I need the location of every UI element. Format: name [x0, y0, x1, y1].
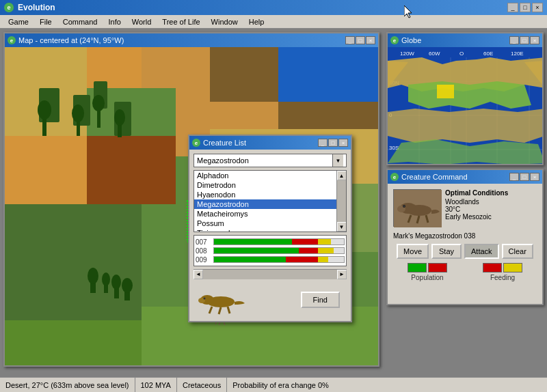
- main-area: e Map - centered at (24°N, 95°W) _ □ ×: [0, 29, 547, 391]
- creature-command-svg: [394, 190, 442, 227]
- status-time: 102 MYA: [135, 378, 177, 392]
- app-icon: e: [4, 3, 14, 12]
- menu-game[interactable]: Game: [3, 16, 34, 27]
- menu-world[interactable]: World: [126, 16, 157, 27]
- progress-bar-007: [213, 238, 345, 245]
- creature-command-window: e Creature Command _ □ ×: [386, 169, 544, 305]
- globe-maximize[interactable]: □: [520, 36, 529, 44]
- creature-dropdown[interactable]: Megazostrodon ▼: [194, 154, 347, 167]
- title-bar-controls: _ □ ×: [507, 3, 543, 12]
- creature-command-maximize[interactable]: □: [520, 173, 529, 181]
- close-button[interactable]: ×: [532, 3, 543, 12]
- app-title: Evolution: [18, 3, 507, 12]
- feeding-bar-red: [483, 263, 502, 272]
- creature-command-icon: e: [390, 173, 399, 181]
- svg-rect-34: [97, 109, 101, 128]
- probability-text: Probability of era change 0%: [232, 381, 329, 389]
- map-close-button[interactable]: ×: [366, 36, 375, 44]
- menu-info[interactable]: Info: [103, 16, 126, 27]
- move-button[interactable]: Move: [397, 244, 429, 259]
- menu-command[interactable]: Command: [57, 16, 103, 27]
- creature-stats: Optimal Conditions Woodlands 30°C Early …: [445, 189, 537, 221]
- globe-close[interactable]: ×: [530, 36, 539, 44]
- list-item-alphadon[interactable]: Alphadon: [194, 171, 336, 180]
- list-item-dimetrodon[interactable]: Dimetrodon: [194, 180, 336, 190]
- location-text: Desert, 27°C (633m above sea level): [5, 381, 129, 389]
- creature-command-title: Creature Command: [401, 173, 509, 181]
- svg-line-50: [219, 307, 221, 314]
- globe-content[interactable]: 120W 60W O 60E 120E 30N 0 30S: [388, 47, 542, 164]
- command-buttons: Move Stay Attack Clear: [393, 244, 537, 259]
- svg-rect-10: [87, 136, 176, 204]
- svg-text:120W: 120W: [400, 51, 414, 57]
- status-era: Cretaceous: [177, 378, 227, 392]
- creature-bottom: Find: [194, 283, 347, 317]
- scroll-h-track[interactable]: [203, 270, 337, 279]
- creature-list-close[interactable]: ×: [338, 139, 348, 147]
- list-item-possum[interactable]: Possum: [194, 219, 336, 228]
- progress-bar-008: [213, 247, 345, 254]
- list-item-ticinosuchus[interactable]: Ticinosuchus: [194, 228, 336, 232]
- listbox-scrollbar[interactable]: ▲ ▼: [336, 171, 346, 232]
- menu-tree-of-life[interactable]: Tree of Life: [157, 16, 205, 27]
- menu-bar: Game File Command Info World Tree of Lif…: [0, 15, 547, 29]
- scroll-down-button[interactable]: ▼: [337, 222, 347, 232]
- globe-title-bar: e Globe _ □ ×: [388, 33, 542, 47]
- scroll-track[interactable]: [337, 180, 347, 222]
- menu-help[interactable]: Help: [243, 16, 270, 27]
- creature-command-minimize[interactable]: _: [509, 173, 519, 181]
- svg-line-49: [209, 307, 212, 313]
- creature-thumbnail: [393, 189, 441, 227]
- creature-list-icon: e: [192, 139, 200, 147]
- feeding-label: Feeding: [490, 274, 515, 281]
- svg-point-23: [88, 268, 98, 284]
- creature-list-maximize[interactable]: □: [328, 139, 338, 147]
- feeding-bar-yellow: [503, 263, 522, 272]
- svg-point-31: [38, 100, 51, 120]
- population-bar-red: [428, 263, 447, 272]
- attack-button[interactable]: Attack: [464, 244, 499, 259]
- stay-button[interactable]: Stay: [431, 244, 462, 259]
- svg-point-85: [403, 206, 405, 207]
- maximize-button[interactable]: □: [520, 3, 531, 12]
- time-text: 102 MYA: [141, 381, 171, 389]
- feeding-col: Feeding: [483, 263, 522, 281]
- condition-temperature: 30°C: [445, 206, 537, 213]
- list-item-hyaenodon[interactable]: Hyaenodon: [194, 190, 336, 199]
- find-button[interactable]: Find: [301, 292, 340, 308]
- map-maximize-button[interactable]: □: [356, 36, 365, 44]
- svg-point-52: [204, 298, 206, 300]
- progress-row-008: 008: [196, 247, 345, 255]
- population-col: Population: [408, 263, 447, 281]
- svg-marker-72: [388, 109, 542, 143]
- svg-marker-71: [408, 81, 531, 109]
- scroll-left-button[interactable]: ◄: [194, 270, 203, 279]
- globe-minimize[interactable]: _: [509, 36, 519, 44]
- menu-file[interactable]: File: [34, 16, 57, 27]
- minimize-button[interactable]: _: [507, 3, 518, 12]
- creature-command-close[interactable]: ×: [530, 173, 539, 181]
- scroll-up-button[interactable]: ▲: [337, 171, 347, 180]
- map-minimize-button[interactable]: _: [345, 36, 355, 44]
- creature-list-minimize[interactable]: _: [318, 139, 328, 147]
- scroll-right-button[interactable]: ►: [337, 270, 347, 279]
- clear-button[interactable]: Clear: [502, 244, 533, 259]
- creature-info-row: Optimal Conditions Woodlands 30°C Early …: [393, 189, 537, 227]
- map-title-bar: e Map - centered at (24°N, 95°W) _ □ ×: [5, 33, 378, 47]
- globe-window-icon: e: [390, 36, 399, 44]
- creature-command-title-bar: e Creature Command _ □ ×: [388, 170, 542, 184]
- svg-point-37: [114, 109, 125, 126]
- globe-svg: 120W 60W O 60E 120E 30N 0 30S: [388, 47, 542, 164]
- progress-section: 007 008 009: [194, 235, 347, 266]
- progress-bar-009: [213, 256, 345, 263]
- list-item-megazostrodon[interactable]: Megazostrodon: [194, 199, 336, 209]
- dropdown-arrow[interactable]: ▼: [332, 154, 343, 167]
- creature-listbox[interactable]: Alphadon Dimetrodon Hyaenodon Megazostro…: [194, 171, 336, 232]
- list-item-metacheiromys[interactable]: Metacheiromys: [194, 209, 336, 219]
- menu-window[interactable]: Window: [206, 16, 243, 27]
- optimal-conditions-title: Optimal Conditions: [445, 189, 537, 197]
- globe-window: e Globe _ □ × 120W 60W O 60E 120E: [386, 32, 544, 165]
- creature-list-content: Megazostrodon ▼ Alphadon Dimetrodon Hyae…: [189, 150, 351, 321]
- horizontal-scrollbar[interactable]: ◄ ►: [194, 269, 347, 279]
- svg-rect-12: [278, 47, 378, 102]
